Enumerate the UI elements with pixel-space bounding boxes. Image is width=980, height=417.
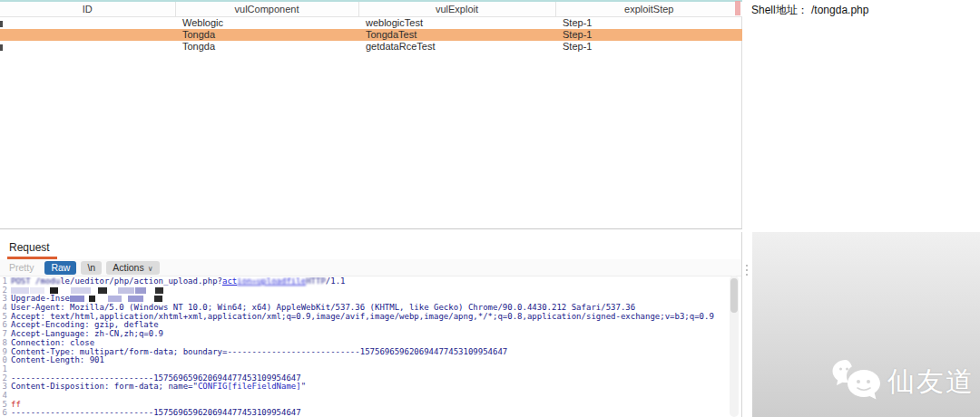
redacted-block bbox=[144, 296, 153, 302]
vuln-table-panel: IDvulComponentvulExploitexploitStep Webl… bbox=[0, 0, 742, 229]
column-header-ID[interactable]: ID bbox=[0, 1, 175, 17]
column-header-vulComponent[interactable]: vulComponent bbox=[175, 1, 358, 17]
watermark-text: 仙友道 bbox=[887, 364, 975, 401]
table-header-row: IDvulComponentvulExploitexploitStep bbox=[0, 1, 742, 17]
newline-button[interactable]: \n bbox=[81, 261, 102, 275]
vertical-splitter[interactable] bbox=[742, 232, 752, 417]
redacted-block bbox=[128, 296, 143, 302]
drag-handle-icon bbox=[746, 265, 748, 276]
cell-vulExploit: getdataRceTest bbox=[358, 41, 555, 53]
cell-vulComponent: Weblogic bbox=[175, 17, 358, 30]
shell-address-label: Shell地址： /tongda.php bbox=[751, 3, 868, 18]
tab-request[interactable]: Request bbox=[7, 239, 54, 259]
chat-bubbles-logo-icon bbox=[831, 359, 884, 404]
redacted-block bbox=[59, 287, 70, 294]
chevron-down-icon: ∨ bbox=[148, 265, 153, 273]
redacted-block bbox=[30, 287, 44, 294]
cell-id bbox=[0, 17, 175, 30]
watermark: 仙友道 bbox=[831, 359, 975, 404]
app-window: IDvulComponentvulExploitexploitStep Webl… bbox=[0, 0, 980, 417]
table-row[interactable]: TongdagetdataRceTestStep-1 bbox=[0, 41, 742, 53]
redacted-block bbox=[11, 287, 29, 294]
actions-button[interactable]: Actions∨ bbox=[106, 261, 159, 275]
redacted-block bbox=[85, 296, 88, 302]
redacted-block bbox=[122, 296, 127, 302]
cell-exploitStep: Step-1 bbox=[555, 41, 742, 53]
request-scrollbar[interactable] bbox=[730, 276, 739, 417]
redacted-block bbox=[96, 296, 107, 302]
actions-button-label: Actions bbox=[113, 262, 143, 273]
scroll-indicator bbox=[735, 1, 740, 15]
request-raw-view[interactable]: 1POST /module/ueditor/php/action_upload.… bbox=[0, 277, 726, 417]
redacted-block bbox=[89, 296, 95, 302]
line-number: 6 bbox=[0, 409, 7, 417]
request-panel: Request Pretty Raw \n Actions∨ 1POST /mo… bbox=[0, 232, 742, 417]
raw-button[interactable]: Raw bbox=[44, 261, 76, 275]
cell-id bbox=[0, 41, 175, 53]
request-toolbar: Pretty Raw \n Actions∨ bbox=[0, 259, 741, 276]
cell-vulComponent: Tongda bbox=[175, 29, 358, 41]
cell-id bbox=[0, 29, 175, 41]
cell-exploitStep: Step-1 bbox=[555, 17, 742, 30]
redacted-block bbox=[108, 296, 122, 302]
redacted-block bbox=[92, 287, 97, 294]
cell-exploitStep: Step-1 bbox=[555, 29, 742, 41]
shell-panel: Shell地址： /tongda.php bbox=[743, 0, 980, 229]
code-line: 6-----------------------------1575696596… bbox=[0, 409, 726, 417]
background-area: 仙友道 bbox=[752, 232, 980, 417]
redacted-block bbox=[118, 287, 134, 294]
cell-vulComponent: Tongda bbox=[175, 41, 358, 53]
code-line: 0Content-Length: 901 bbox=[0, 356, 726, 365]
cell-vulExploit: weblogicTest bbox=[358, 17, 555, 30]
code-line: 9Content-Type: multipart/form-data; boun… bbox=[0, 348, 726, 357]
redacted-block bbox=[147, 287, 154, 294]
table-row[interactable]: TongdaTongdaTestStep-1 bbox=[0, 29, 742, 41]
redacted-block bbox=[71, 287, 91, 294]
redacted-block bbox=[45, 287, 49, 294]
request-tabbar: Request bbox=[0, 236, 741, 259]
table-row[interactable]: WeblogicweblogicTestStep-1 bbox=[0, 17, 742, 30]
redacted-block bbox=[50, 287, 58, 294]
code-line: 1POST /module/ueditor/php/action_upload.… bbox=[0, 277, 726, 286]
column-header-vulExploit[interactable]: vulExploit bbox=[358, 1, 555, 17]
clipped-id-text bbox=[0, 44, 3, 51]
clipped-id-text bbox=[0, 21, 3, 27]
redacted-block bbox=[98, 287, 107, 294]
redacted-block bbox=[154, 296, 162, 302]
redacted-block bbox=[135, 287, 146, 294]
tab-request-label: Request bbox=[9, 241, 50, 254]
panel-top-accent bbox=[0, 0, 742, 2]
code-line: 3Content-Disposition: form-data; name="C… bbox=[0, 383, 726, 392]
redacted-block bbox=[155, 287, 163, 294]
scrollbar-thumb[interactable] bbox=[730, 278, 738, 313]
redacted-block bbox=[108, 287, 117, 294]
code-line: 7Accept-Language: zh-CN,zh;q=0.9 bbox=[0, 330, 726, 339]
vuln-table: IDvulComponentvulExploitexploitStep Webl… bbox=[0, 1, 742, 53]
code-line: 4 bbox=[0, 392, 726, 401]
redacted-block bbox=[70, 296, 84, 302]
column-header-exploitStep[interactable]: exploitStep bbox=[555, 1, 742, 17]
code-line: 2 bbox=[0, 286, 726, 296]
cell-vulExploit: TongdaTest bbox=[358, 29, 555, 41]
pretty-button[interactable]: Pretty bbox=[3, 261, 40, 275]
